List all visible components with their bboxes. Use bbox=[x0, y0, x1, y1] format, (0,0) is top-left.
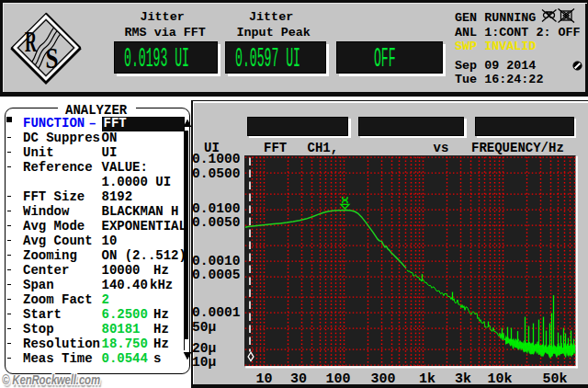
svg-text:S: S bbox=[46, 41, 59, 74]
svg-text:R: R bbox=[25, 25, 38, 58]
